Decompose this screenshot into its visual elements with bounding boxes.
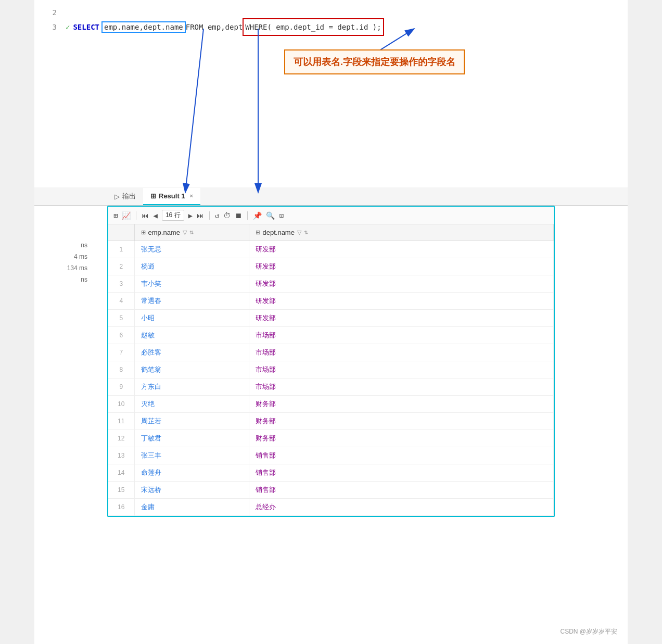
emp-filter-icon[interactable]: ▽ [183, 229, 187, 236]
cell-emp-name: 金庸 [134, 499, 249, 516]
toolbar-last-icon[interactable]: ⏭ [197, 211, 204, 220]
line-num-3: 3 [34, 20, 57, 34]
sidebar-ns-1: ns [34, 239, 92, 251]
cell-dept-name: 财务部 [249, 430, 554, 447]
toolbar-search-icon[interactable]: 🔍 [266, 211, 275, 220]
col-header-emp-name[interactable]: ⊞ emp.name ▽ ⇅ [134, 224, 249, 241]
where-highlight-red: WHERE( emp.dept_id = dept.id ); [243, 18, 384, 36]
main-area: 2 3 ✓ SELECT emp.name,dept.name FROM emp… [34, 0, 628, 644]
cell-dept-name: 销售部 [249, 482, 554, 499]
cell-emp-name: 灭绝 [134, 396, 249, 413]
toolbar-chart-icon[interactable]: 📈 [122, 211, 131, 220]
cell-dept-name: 市场部 [249, 378, 554, 396]
col-highlight-box: emp.name,dept.name [101, 20, 186, 34]
select-keyword: SELECT [73, 20, 99, 34]
table-row: 4常遇春研发部 [108, 293, 554, 310]
cell-emp-name: 方东白 [134, 378, 249, 396]
line-numbers: 2 3 [34, 5, 63, 34]
from-clause: FROM emp,dept [186, 20, 243, 34]
col-header-index [108, 224, 134, 241]
toolbar-prev-icon[interactable]: ◀ [153, 211, 157, 220]
toolbar-divider-3 [247, 211, 248, 220]
emp-name-header-label: emp.name [148, 229, 180, 236]
cell-emp-name: 韦小笑 [134, 275, 249, 293]
code-line-3: ✓ SELECT emp.name,dept.name FROM emp,dep… [66, 20, 628, 34]
cell-emp-name: 命莲舟 [134, 464, 249, 482]
cell-row-num: 15 [108, 482, 134, 499]
cell-row-num: 13 [108, 447, 134, 464]
table-header-row: ⊞ emp.name ▽ ⇅ ⊞ dept.name ▽ ⇅ [108, 224, 554, 241]
cell-dept-name: 销售部 [249, 464, 554, 482]
cell-emp-name: 丁敏君 [134, 430, 249, 447]
table-row: 10灭绝财务部 [108, 396, 554, 413]
check-mark: ✓ [66, 20, 70, 34]
left-sidebar: ns 4 ms 134 ms ns [34, 239, 92, 285]
dept-name-header-label: dept.name [263, 229, 295, 236]
table-row: 6赵敏市场部 [108, 327, 554, 344]
row-count-display: 16 行 [162, 210, 184, 221]
dept-filter-icon[interactable]: ▽ [297, 229, 301, 236]
table-row: 2杨逍研发部 [108, 258, 554, 275]
cell-row-num: 4 [108, 293, 134, 310]
cell-row-num: 10 [108, 396, 134, 413]
cell-emp-name: 张三丰 [134, 447, 249, 464]
cell-emp-name: 常遇春 [134, 293, 249, 310]
toolbar-first-icon[interactable]: ⏮ [142, 211, 149, 220]
cell-emp-name: 鹤笔翁 [134, 361, 249, 378]
cell-emp-name: 周芷若 [134, 413, 249, 430]
line-num-2: 2 [34, 5, 57, 20]
cell-dept-name: 财务部 [249, 396, 554, 413]
toolbar-export-icon[interactable]: ⊡ [279, 211, 283, 220]
toolbar-pin-icon[interactable]: 📌 [253, 211, 262, 220]
table-row: 13张三丰销售部 [108, 447, 554, 464]
dept-sort-icons[interactable]: ⇅ [304, 230, 308, 235]
cell-dept-name: 研发部 [249, 310, 554, 327]
cell-dept-name: 研发部 [249, 241, 554, 258]
cell-row-num: 11 [108, 413, 134, 430]
table-row: 11周芷若财务部 [108, 413, 554, 430]
emp-sort-icons[interactable]: ⇅ [189, 230, 194, 235]
cell-dept-name: 财务部 [249, 413, 554, 430]
table-row: 14命莲舟销售部 [108, 464, 554, 482]
cell-row-num: 9 [108, 378, 134, 396]
cell-dept-name: 研发部 [249, 258, 554, 275]
toolbar-next-icon[interactable]: ▶ [188, 211, 193, 220]
cell-row-num: 7 [108, 344, 134, 361]
cell-dept-name: 销售部 [249, 447, 554, 464]
table-row: 8鹤笔翁市场部 [108, 361, 554, 378]
table-row: 3韦小笑研发部 [108, 275, 554, 293]
cell-dept-name: 总经办 [249, 499, 554, 516]
col-header-dept-name[interactable]: ⊞ dept.name ▽ ⇅ [249, 224, 554, 241]
tab-output[interactable]: ▷ 输出 [107, 187, 143, 205]
tab-close-button[interactable]: × [190, 193, 193, 199]
tab-result1[interactable]: ⊞ Result 1 × [143, 188, 200, 205]
cell-emp-name: 宋远桥 [134, 482, 249, 499]
cell-emp-name: 赵敏 [134, 327, 249, 344]
cell-row-num: 8 [108, 361, 134, 378]
toolbar-grid-icon[interactable]: ⊞ [113, 211, 118, 220]
toolbar-stop-icon[interactable]: ⏹ [235, 211, 242, 220]
toolbar-clock-icon[interactable]: ⏱ [223, 211, 231, 220]
cell-dept-name: 市场部 [249, 344, 554, 361]
cell-row-num: 2 [108, 258, 134, 275]
dept-col-icon: ⊞ [256, 229, 260, 236]
toolbar-divider-1 [136, 211, 136, 220]
cell-emp-name: 杨逍 [134, 258, 249, 275]
table-row: 1张无忌研发部 [108, 241, 554, 258]
cell-row-num: 3 [108, 275, 134, 293]
table-row: 16金庸总经办 [108, 499, 554, 516]
tabs-area: ▷ 输出 ⊞ Result 1 × [34, 187, 628, 206]
sidebar-4ms: 4 ms [34, 251, 92, 262]
toolbar-refresh-icon[interactable]: ↺ [215, 211, 219, 220]
cell-row-num: 14 [108, 464, 134, 482]
cell-dept-name: 市场部 [249, 361, 554, 378]
data-table: ⊞ emp.name ▽ ⇅ ⊞ dept.name ▽ ⇅ [108, 224, 554, 516]
table-row: 7必胜客市场部 [108, 344, 554, 361]
toolbar-divider-2 [209, 211, 210, 220]
result-label: Result 1 [159, 192, 185, 200]
branding: CSDN @岁岁岁平安 [560, 627, 617, 636]
cell-dept-name: 研发部 [249, 293, 554, 310]
col-highlight-blue: emp.name,dept.name [101, 21, 186, 33]
cell-emp-name: 小昭 [134, 310, 249, 327]
cell-row-num: 5 [108, 310, 134, 327]
